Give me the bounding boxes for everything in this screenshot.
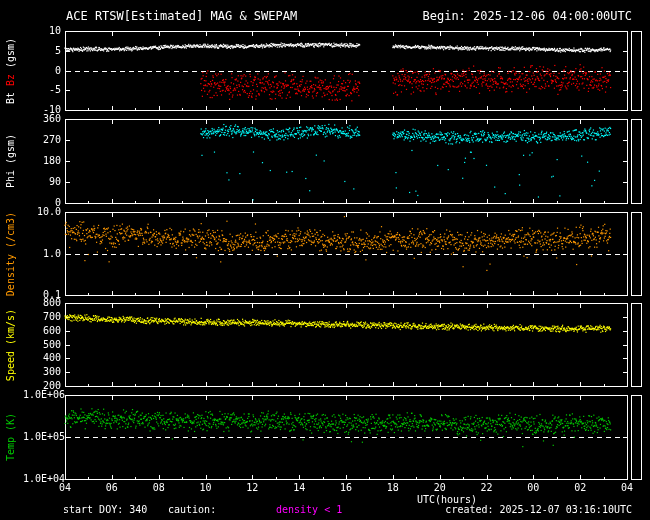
- caution-value: density < 1: [276, 504, 342, 515]
- x-tick-label: 04: [51, 483, 79, 493]
- x-tick-label: 12: [238, 483, 266, 493]
- y-axis-title: Phi (gsm): [6, 134, 16, 188]
- y-axis-title-part: Phi (gsm): [5, 134, 16, 188]
- begin-timestamp: Begin: 2025-12-06 04:00:00UTC: [422, 9, 632, 23]
- x-tick-label: 08: [145, 483, 173, 493]
- y-axis-title-part: Bt: [5, 92, 16, 104]
- y-tick-label: 10.0: [23, 207, 61, 217]
- y-tick-label: 1.0E+05: [23, 432, 61, 442]
- y-axis-title-part: Density (/cm3): [5, 211, 16, 295]
- y-tick-label: 10: [23, 26, 61, 36]
- x-tick-label: 02: [566, 483, 594, 493]
- y-axis-title-part: (gsm): [5, 37, 16, 73]
- y-tick-label: 800: [23, 298, 61, 308]
- y-tick-label: 90: [23, 177, 61, 187]
- y-tick-label: 400: [23, 353, 61, 363]
- x-tick-label: 00: [519, 483, 547, 493]
- x-tick-label: 10: [192, 483, 220, 493]
- y-axis-title: Bt Bz (gsm): [6, 37, 16, 103]
- y-axis-title-part: Speed (km/s): [5, 308, 16, 380]
- x-tick-label: 04: [613, 483, 641, 493]
- y-tick-label: 360: [23, 114, 61, 124]
- x-tick-label: 20: [426, 483, 454, 493]
- y-tick-label: 1.0: [23, 249, 61, 259]
- y-axis-title: Temp (K): [6, 413, 16, 461]
- start-doy-label: start DOY: 340: [63, 504, 147, 515]
- plot-canvas: [0, 0, 650, 520]
- y-tick-label: 180: [23, 156, 61, 166]
- y-tick-label: 0: [23, 66, 61, 76]
- x-tick-label: 22: [473, 483, 501, 493]
- y-tick-label: 270: [23, 135, 61, 145]
- x-tick-label: 06: [98, 483, 126, 493]
- created-timestamp: created: 2025-12-07 03:16:10UTC: [445, 504, 632, 515]
- y-axis-title-part: Bz: [5, 74, 16, 92]
- y-tick-label: 600: [23, 326, 61, 336]
- y-tick-label: 1.0E+06: [23, 390, 61, 400]
- y-axis-title-part: Temp (K): [5, 413, 16, 461]
- caution-label: caution:: [168, 504, 216, 515]
- y-tick-label: 5: [23, 46, 61, 56]
- y-axis-title: Speed (km/s): [6, 308, 16, 380]
- x-tick-label: 18: [379, 483, 407, 493]
- x-tick-label: 16: [332, 483, 360, 493]
- y-tick-label: 500: [23, 340, 61, 350]
- y-axis-title: Density (/cm3): [6, 211, 16, 295]
- ace-rtsw-plot: ACE RTSW[Estimated] MAG & SWEPAM Begin: …: [0, 0, 650, 520]
- page-title: ACE RTSW[Estimated] MAG & SWEPAM: [66, 9, 297, 23]
- y-tick-label: 700: [23, 312, 61, 322]
- x-tick-label: 14: [285, 483, 313, 493]
- y-tick-label: 300: [23, 367, 61, 377]
- y-tick-label: -5: [23, 85, 61, 95]
